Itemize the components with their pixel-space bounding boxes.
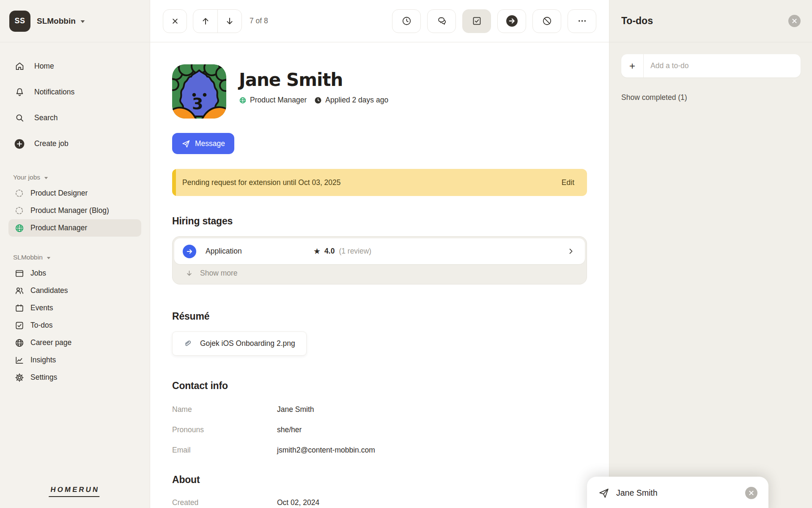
- arrow-right-circle-icon: [506, 15, 518, 27]
- chevron-down-icon: [47, 257, 51, 260]
- stage-row-application[interactable]: Application ★ 4.0 (1 review): [174, 238, 585, 264]
- candidate-pager: [193, 9, 242, 33]
- contact-value: she/her: [277, 425, 302, 434]
- chat-bubbles-icon: [436, 16, 447, 26]
- company-header[interactable]: SLMobbin: [8, 254, 141, 261]
- contact-label: Email: [172, 446, 277, 455]
- todos-panel: To-dos + Show completed (1): [609, 0, 812, 508]
- extension-banner: Pending request for extension until Oct …: [172, 169, 587, 196]
- close-todos-panel-button[interactable]: [788, 15, 801, 27]
- contact-info-rows: Name Jane Smith Pronouns she/her Email j…: [172, 405, 587, 455]
- app-window: SS SLMobbin Home Notifications: [0, 0, 812, 508]
- globe-icon: [14, 223, 25, 233]
- candidate-name: Jane Smith: [239, 70, 388, 90]
- show-more-stages[interactable]: Show more: [174, 264, 585, 282]
- message-composer[interactable]: Jane Smith: [587, 477, 768, 508]
- banner-text: Pending request for extension until Oct …: [182, 178, 562, 187]
- close-candidate-button[interactable]: [163, 9, 187, 33]
- contact-row-name: Name Jane Smith: [172, 405, 587, 414]
- globe-icon: [239, 97, 247, 104]
- sidebar-item-label: Settings: [30, 373, 57, 382]
- section-title: SLMobbin: [13, 254, 43, 261]
- jobs-icon: [14, 268, 25, 279]
- todos-button[interactable]: [462, 9, 491, 33]
- dashed-circle-icon: [14, 188, 25, 198]
- workspace-logo[interactable]: SS: [9, 11, 30, 32]
- sidebar-item-create-job[interactable]: Create job: [8, 131, 141, 157]
- add-todo-row: +: [621, 54, 801, 77]
- sidebar-item-search[interactable]: Search: [8, 105, 141, 131]
- sidebar-item-events[interactable]: Events: [8, 299, 141, 317]
- paper-plane-icon: [181, 139, 190, 148]
- arrow-up-icon: [200, 16, 211, 26]
- homerun-logo: HOMERUN: [0, 486, 150, 497]
- checkbox-icon: [472, 16, 482, 26]
- message-button[interactable]: Message: [172, 133, 234, 154]
- history-button[interactable]: [392, 9, 421, 33]
- stage-arrow-icon: [183, 245, 196, 258]
- comments-button[interactable]: [427, 9, 456, 33]
- sidebar-item-label: Notifications: [34, 88, 74, 97]
- arrow-down-icon: [185, 269, 193, 277]
- sidebar-item-product-designer[interactable]: Product Designer: [8, 185, 141, 202]
- about-title: About: [172, 474, 587, 486]
- resume-file-name: Gojek iOS Onboarding 2.png: [200, 339, 295, 348]
- sidebar-item-career-page[interactable]: Career page: [8, 334, 141, 351]
- resume-attachment[interactable]: Gojek iOS Onboarding 2.png: [172, 331, 307, 356]
- close-composer-button[interactable]: [745, 487, 757, 499]
- message-button-label: Message: [195, 139, 225, 148]
- show-completed-link[interactable]: Show completed (1): [621, 93, 801, 102]
- candidate-counter: 7 of 8: [250, 17, 268, 25]
- chart-icon: [14, 355, 25, 365]
- contact-label: Name: [172, 405, 277, 414]
- bell-icon: [14, 87, 25, 97]
- sidebar-item-label: Create job: [34, 139, 69, 148]
- your-jobs-header[interactable]: Your jobs: [8, 174, 141, 181]
- sidebar-item-home[interactable]: Home: [8, 53, 141, 79]
- sidebar-item-label: Search: [34, 113, 58, 122]
- candidate-job-title: Product Manager: [250, 96, 307, 105]
- checkbox-icon: [14, 320, 25, 331]
- sidebar-item-jobs[interactable]: Jobs: [8, 265, 141, 282]
- add-todo-button[interactable]: +: [621, 54, 644, 77]
- ellipsis-icon: [577, 16, 587, 26]
- sidebar-item-todos[interactable]: To-dos: [8, 317, 141, 334]
- contact-label: Pronouns: [172, 425, 277, 434]
- sidebar-item-label: Jobs: [30, 269, 46, 278]
- add-todo-input[interactable]: [644, 54, 801, 77]
- previous-candidate-button[interactable]: [193, 10, 217, 33]
- candidate-profile: 3 Jane Smith Product Manager: [150, 42, 609, 508]
- sidebar-item-product-manager[interactable]: Product Manager: [8, 219, 141, 237]
- sidebar-item-notifications[interactable]: Notifications: [8, 79, 141, 105]
- banner-edit-link[interactable]: Edit: [562, 178, 574, 187]
- search-icon: [14, 113, 25, 123]
- sidebar-item-product-manager-blog[interactable]: Product Manager (Blog): [8, 202, 141, 219]
- plus-circle-icon: [14, 138, 25, 149]
- sidebar-item-label: Product Manager (Blog): [30, 206, 109, 215]
- sidebar-item-settings[interactable]: Settings: [8, 369, 141, 386]
- stage-name: Application: [206, 247, 313, 256]
- sidebar-item-label: Product Manager: [30, 224, 87, 232]
- globe-icon: [14, 338, 25, 348]
- sidebar-item-label: Insights: [30, 356, 56, 364]
- disqualify-button[interactable]: [532, 9, 561, 33]
- sidebar-nav: Home Notifications Search Create job: [0, 42, 150, 508]
- workspace-switcher[interactable]: SS SLMobbin: [0, 0, 150, 42]
- arrow-down-icon: [225, 16, 235, 26]
- more-button[interactable]: [568, 9, 596, 33]
- contact-value: jsmith2@content-mobbin.com: [277, 446, 375, 455]
- sidebar-item-insights[interactable]: Insights: [8, 351, 141, 369]
- chevron-down-icon: [44, 177, 48, 179]
- sidebar-item-candidates[interactable]: Candidates: [8, 282, 141, 299]
- sidebar-item-label: Career page: [30, 338, 71, 347]
- next-candidate-button[interactable]: [217, 10, 241, 33]
- gear-icon: [14, 373, 25, 383]
- candidate-avatar: 3: [172, 64, 226, 119]
- clock-icon: [314, 97, 322, 104]
- move-stage-button[interactable]: [497, 9, 526, 33]
- workspace-name: SLMobbin: [37, 17, 76, 26]
- about-value: Oct 02, 2024: [277, 498, 319, 507]
- contact-value: Jane Smith: [277, 405, 314, 414]
- todos-panel-title: To-dos: [621, 15, 653, 27]
- close-icon: [792, 18, 797, 24]
